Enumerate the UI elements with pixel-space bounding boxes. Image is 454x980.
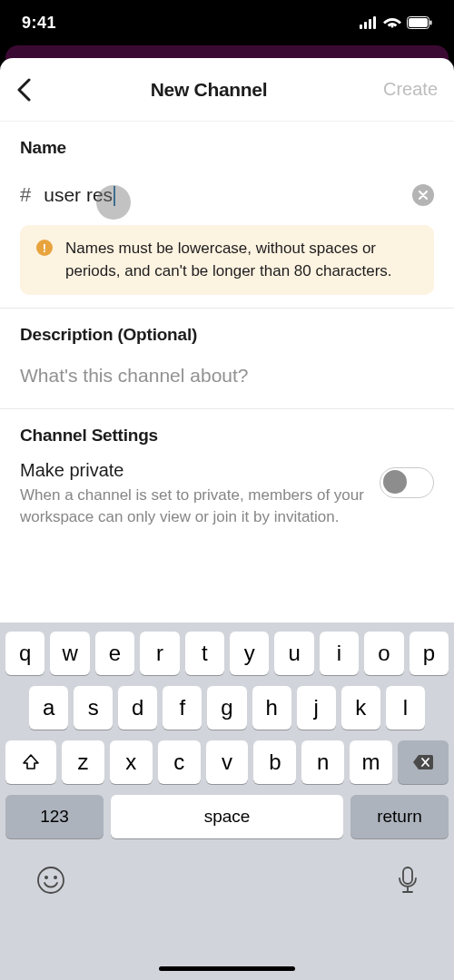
key-u[interactable]: u (274, 632, 313, 675)
name-section: Name (0, 122, 454, 171)
close-icon (419, 191, 428, 200)
key-p[interactable]: p (410, 632, 449, 675)
key-m[interactable]: m (350, 740, 392, 784)
key-j[interactable]: j (297, 686, 336, 730)
svg-rect-10 (403, 867, 412, 884)
key-shift[interactable] (5, 740, 56, 784)
hash-prefix: # (20, 183, 31, 207)
key-q[interactable]: q (5, 632, 44, 675)
key-r[interactable]: r (140, 632, 179, 675)
key-f[interactable]: f (163, 686, 202, 730)
private-subtitle: When a channel is set to private, member… (20, 485, 365, 528)
svg-rect-5 (409, 18, 428, 27)
status-icons (360, 16, 432, 29)
key-s[interactable]: s (74, 686, 113, 730)
warning-icon: ! (36, 240, 53, 256)
svg-rect-3 (373, 16, 376, 29)
key-o[interactable]: o (364, 632, 403, 675)
key-y[interactable]: y (230, 632, 269, 675)
key-row-2: a s d f g h j k l (5, 686, 449, 730)
nav-title: New Channel (53, 79, 365, 101)
key-h[interactable]: h (252, 686, 291, 730)
key-space[interactable]: space (111, 795, 343, 838)
chevron-left-icon (16, 78, 31, 102)
key-t[interactable]: t (185, 632, 224, 675)
key-row-4: 123 space return (5, 795, 449, 838)
wifi-icon (383, 16, 401, 29)
home-indicator[interactable] (159, 966, 295, 971)
warning-banner: ! Names must be lowercase, without space… (20, 225, 434, 295)
key-l[interactable]: l (386, 686, 425, 730)
cellular-icon (360, 16, 378, 29)
svg-point-7 (38, 867, 64, 893)
name-label: Name (20, 138, 434, 158)
key-e[interactable]: e (95, 632, 134, 675)
create-button[interactable]: Create (365, 79, 438, 100)
toggle-knob (383, 470, 407, 494)
svg-rect-1 (364, 22, 367, 29)
key-v[interactable]: v (206, 740, 249, 784)
key-n[interactable]: n (301, 740, 344, 784)
key-row-3: z x c v b n m (5, 740, 449, 784)
key-row-1: q w e r t y u i o p (5, 632, 449, 675)
key-b[interactable]: b (253, 740, 296, 784)
settings-section: Channel Settings Make private When a cha… (0, 409, 454, 535)
name-input-row[interactable]: # user res (0, 171, 454, 225)
key-z[interactable]: z (62, 740, 104, 784)
svg-point-8 (44, 876, 48, 879)
emoji-icon (36, 866, 65, 895)
key-delete[interactable] (398, 740, 449, 784)
status-bar: 9:41 (0, 0, 454, 45)
status-time: 9:41 (22, 14, 56, 33)
warning-text: Names must be lowercase, without spaces … (65, 238, 418, 282)
key-x[interactable]: x (110, 740, 153, 784)
keyboard: q w e r t y u i o p a s d f g h j k l z … (0, 622, 454, 980)
description-section: Description (Optional) What's this chann… (0, 309, 454, 396)
nav-bar: New Channel Create (0, 58, 454, 122)
key-a[interactable]: a (29, 686, 68, 730)
key-123[interactable]: 123 (5, 795, 104, 838)
mic-icon (398, 866, 418, 895)
svg-point-9 (54, 876, 57, 879)
text-cursor (114, 186, 115, 206)
private-row: Make private When a channel is set to pr… (20, 460, 434, 528)
private-toggle[interactable] (380, 467, 434, 498)
description-input[interactable]: What's this channel about? (20, 365, 434, 387)
key-d[interactable]: d (118, 686, 157, 730)
delete-icon (411, 753, 435, 771)
private-title: Make private (20, 460, 365, 481)
battery-icon (407, 16, 432, 29)
key-return[interactable]: return (350, 795, 449, 838)
clear-button[interactable] (412, 184, 434, 206)
key-c[interactable]: c (158, 740, 201, 784)
emoji-button[interactable] (36, 866, 65, 895)
shift-icon (21, 752, 41, 772)
mic-button[interactable] (398, 866, 418, 895)
keyboard-bottom (5, 849, 449, 898)
settings-label: Channel Settings (20, 426, 434, 446)
key-i[interactable]: i (320, 632, 359, 675)
key-w[interactable]: w (50, 632, 89, 675)
back-button[interactable] (16, 78, 53, 102)
svg-rect-0 (360, 24, 362, 29)
svg-rect-6 (430, 21, 432, 25)
key-k[interactable]: k (341, 686, 380, 730)
new-channel-modal: New Channel Create Name # user res ! Nam… (0, 58, 454, 622)
description-label: Description (Optional) (20, 325, 434, 345)
svg-rect-2 (369, 19, 371, 29)
name-input[interactable]: user res (44, 184, 412, 206)
key-g[interactable]: g (207, 686, 246, 730)
